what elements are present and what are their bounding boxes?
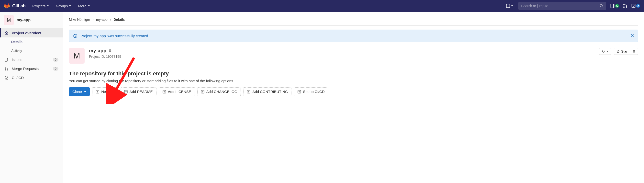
project-header: M my-app Project ID: 19078199 <box>69 48 638 64</box>
sidebar-item-issues[interactable]: Issues 0 <box>0 55 63 64</box>
chevron-down-icon <box>69 5 71 7</box>
nav-groups-label: Groups <box>56 4 68 8</box>
chevron-down-icon <box>88 5 90 7</box>
plus-square-icon <box>298 90 301 94</box>
add-license-label: Add LICENSE <box>168 90 191 94</box>
sidebar-item-overview[interactable]: Project overview <box>0 28 63 38</box>
empty-repo-heading: The repository for this project is empty <box>69 70 638 77</box>
todo-badge: 2 <box>636 4 640 8</box>
alert-close-button[interactable] <box>630 33 634 38</box>
nav-projects-label: Projects <box>32 4 46 8</box>
add-license-button[interactable]: Add LICENSE <box>159 87 195 96</box>
issues-count-badge: 0 <box>53 58 58 62</box>
breadcrumb-page: Details <box>114 18 125 22</box>
project-title: my-app <box>89 48 106 54</box>
merge-request-icon <box>623 4 627 8</box>
issues-icon <box>610 4 615 8</box>
nav-groups[interactable]: Groups <box>53 2 74 10</box>
setup-cicd-label: Set up CI/CD <box>303 90 324 94</box>
svg-point-11 <box>5 70 6 70</box>
sidebar-project-header[interactable]: M my-app <box>0 12 63 28</box>
svg-point-10 <box>5 67 6 68</box>
notifications-button[interactable] <box>599 48 611 55</box>
svg-point-6 <box>626 6 627 8</box>
mr-count-badge: 0 <box>53 67 58 71</box>
plus-square-icon <box>162 90 166 94</box>
empty-repo-desc: You can get started by cloning the repos… <box>69 79 638 83</box>
top-header: GitLab Projects Groups More 6 <box>0 0 644 12</box>
nav-more[interactable]: More <box>75 2 93 10</box>
sidebar-subitem-activity[interactable]: Activity <box>0 46 63 55</box>
search-box[interactable] <box>518 2 606 10</box>
setup-cicd-button[interactable]: Set up CI/CD <box>294 87 328 96</box>
issues-link[interactable]: 6 <box>610 4 619 8</box>
star-button[interactable]: Star <box>614 48 630 55</box>
nav-more-label: More <box>78 4 86 8</box>
breadcrumb-owner[interactable]: Mike Nöthiger <box>69 18 90 22</box>
breadcrumb-project[interactable]: my-app <box>96 18 108 22</box>
action-row: Clone New file Add README Add LICENSE Ad… <box>69 87 638 96</box>
clone-label: Clone <box>72 90 82 94</box>
svg-point-4 <box>624 4 624 5</box>
plus-square-icon <box>124 90 128 94</box>
chevron-down-icon <box>84 90 86 93</box>
bell-icon <box>602 50 605 53</box>
new-file-button[interactable]: New file <box>92 87 118 96</box>
sidebar-item-cicd[interactable]: CI / CD <box>0 73 63 82</box>
sidebar-details-label: Details <box>11 40 22 44</box>
sidebar-overview-label: Project overview <box>12 31 41 35</box>
svg-rect-15 <box>75 36 76 37</box>
svg-point-1 <box>600 4 602 7</box>
plus-square-icon <box>96 90 99 94</box>
plus-square-icon <box>201 90 204 94</box>
brand-text: GitLab <box>12 4 26 8</box>
success-alert: Project 'my-app' was successfully create… <box>69 30 638 42</box>
svg-point-5 <box>624 6 624 8</box>
star-label: Star <box>621 50 628 53</box>
project-avatar-small: M <box>4 15 14 25</box>
add-changelog-label: Add CHANGELOG <box>206 90 238 94</box>
project-id: Project ID: 19078199 <box>89 54 121 58</box>
lock-icon <box>108 49 112 52</box>
svg-point-14 <box>75 35 76 35</box>
search-icon <box>600 4 604 8</box>
breadcrumb-separator: › <box>110 18 111 22</box>
star-count: 0 <box>630 48 638 55</box>
sidebar-issues-label: Issues <box>12 58 22 62</box>
star-button-group: Star 0 <box>614 48 638 55</box>
project-avatar-large: M <box>69 48 84 64</box>
sidebar-item-merge-requests[interactable]: Merge Requests 0 <box>0 64 63 73</box>
header-right: 6 2 <box>505 2 640 10</box>
svg-point-12 <box>7 70 8 70</box>
rocket-icon <box>4 76 8 80</box>
sidebar-subitem-details[interactable]: Details <box>0 38 63 46</box>
sidebar-activity-label: Activity <box>11 49 22 52</box>
svg-rect-2 <box>611 4 614 8</box>
main-content: Mike Nöthiger › my-app › Details Project… <box>63 12 644 183</box>
breadcrumb-separator: › <box>92 18 94 22</box>
svg-rect-16 <box>109 51 111 52</box>
star-icon <box>616 50 620 53</box>
merge-request-icon <box>4 67 8 71</box>
new-menu-button[interactable] <box>505 3 514 9</box>
sidebar: M my-app Project overview Details Activi… <box>0 12 63 183</box>
plus-square-icon <box>247 90 250 94</box>
todo-icon <box>631 4 636 8</box>
add-changelog-button[interactable]: Add CHANGELOG <box>197 87 241 96</box>
new-file-label: New file <box>101 90 114 94</box>
project-title-block: my-app Project ID: 19078199 <box>89 48 121 58</box>
chevron-down-icon <box>606 50 608 52</box>
issues-badge: 6 <box>615 4 619 8</box>
search-input[interactable] <box>521 4 600 8</box>
breadcrumbs: Mike Nöthiger › my-app › Details <box>69 16 638 26</box>
merge-requests-link[interactable] <box>623 4 627 8</box>
add-contributing-button[interactable]: Add CONTRIBUTING <box>243 87 292 96</box>
todos-link[interactable]: 2 <box>631 4 640 8</box>
clone-button[interactable]: Clone <box>69 87 90 96</box>
sidebar-cicd-label: CI / CD <box>12 76 24 80</box>
logo-area[interactable]: GitLab <box>4 3 26 9</box>
add-readme-button[interactable]: Add README <box>120 87 156 96</box>
sidebar-mr-label: Merge Requests <box>12 66 39 71</box>
chevron-down-icon <box>511 5 514 7</box>
nav-projects[interactable]: Projects <box>29 2 52 10</box>
